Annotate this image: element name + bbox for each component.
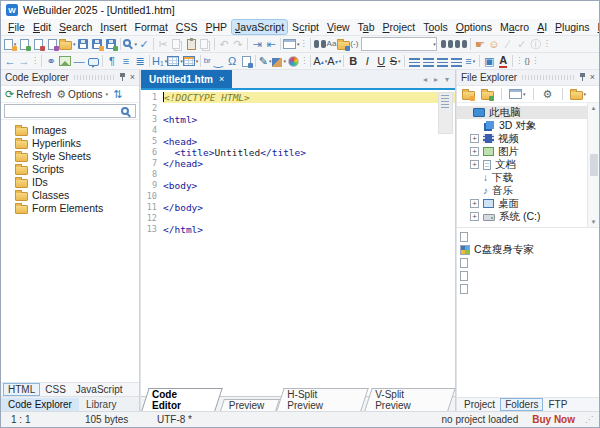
folder-style-sheets[interactable]: Style Sheets xyxy=(1,149,139,162)
underline-icon[interactable]: U xyxy=(374,54,388,69)
scroll-down-icon[interactable]: ▼ xyxy=(591,219,597,225)
menu-view[interactable]: View xyxy=(324,20,353,34)
settings-icon[interactable]: ⚙ xyxy=(541,87,555,102)
new-file-icon[interactable]: ▾ xyxy=(3,37,17,52)
insert-link-icon[interactable]: ⚭ xyxy=(44,54,58,69)
folder-ids[interactable]: IDs xyxy=(1,175,139,188)
folder-images[interactable]: Images xyxy=(1,123,139,136)
dropdown-arrow-icon[interactable]: ▾ xyxy=(433,41,436,47)
close-icon[interactable]: × xyxy=(130,73,135,82)
border-box-icon[interactable]: ▣ xyxy=(482,54,496,69)
code-line-9[interactable]: 9<body> xyxy=(141,180,455,191)
menu-tab[interactable]: Tab xyxy=(355,20,378,34)
new-folder-icon[interactable] xyxy=(461,87,475,102)
tree-scrollbar[interactable]: ▲ ▼ xyxy=(587,103,599,227)
view-mode-icon[interactable]: ▾ xyxy=(509,87,526,102)
menu-project[interactable]: Project xyxy=(380,20,419,34)
menu-search[interactable]: Search xyxy=(56,20,95,34)
bold-icon[interactable]: B xyxy=(346,54,360,69)
italic-icon[interactable]: I xyxy=(360,54,374,69)
tree-item-3d-objects[interactable]: 3D 对象 xyxy=(457,119,599,132)
insert-hr-icon[interactable]: — xyxy=(72,54,86,69)
search-folder-icon[interactable] xyxy=(336,37,350,52)
code-line-13[interactable]: 13</html> xyxy=(141,224,455,235)
spell-check-icon[interactable]: ✓ xyxy=(137,37,151,52)
find-in-files-icon[interactable] xyxy=(313,37,327,52)
tab-code-editor[interactable]: Code Editor xyxy=(145,388,219,411)
new-pdf-icon[interactable] xyxy=(31,37,45,52)
file-item-file-4[interactable] xyxy=(457,282,599,295)
save-copy-icon[interactable] xyxy=(90,37,104,52)
minimap[interactable] xyxy=(438,92,453,134)
color-picker-icon[interactable] xyxy=(286,54,300,69)
menu-format[interactable]: Format xyxy=(132,20,171,34)
indent-icon[interactable]: ⇥ xyxy=(250,37,264,52)
overflow-3-icon[interactable]: ⋮ xyxy=(31,54,39,69)
code-line-10[interactable]: 10 xyxy=(141,191,455,202)
find-next-icon[interactable] xyxy=(440,37,454,52)
find-previous-icon[interactable] xyxy=(454,37,468,52)
search-icon[interactable]: ▾ xyxy=(123,37,138,52)
file-item-file-1[interactable] xyxy=(457,230,599,243)
refresh-folder-icon[interactable] xyxy=(480,87,494,102)
save-icon[interactable] xyxy=(76,37,90,52)
expand-icon[interactable]: + xyxy=(470,160,479,169)
tree-item-this-pc[interactable]: 此电脑 xyxy=(457,106,599,119)
tab-preview[interactable]: Preview xyxy=(222,399,278,411)
insert-form-icon[interactable]: ▾ xyxy=(183,54,199,69)
align-center-icon[interactable] xyxy=(421,54,435,69)
grow-font-icon[interactable]: A▴▾ xyxy=(313,54,327,69)
code-line-5[interactable]: 5<head> xyxy=(141,136,455,147)
code-area[interactable]: 1<!DOCTYPE HTML>23<html>45<head>6 <title… xyxy=(141,90,455,396)
tree-item-pictures[interactable]: +图片 xyxy=(457,145,599,158)
folder-classes[interactable]: Classes xyxy=(1,188,139,201)
menu-ai[interactable]: AI xyxy=(534,20,550,34)
insert-comment-icon[interactable] xyxy=(86,54,100,69)
bullet-list-icon[interactable]: ≡ xyxy=(119,54,133,69)
scroll-thumb[interactable] xyxy=(590,154,598,176)
tab-library[interactable]: Library xyxy=(79,398,124,411)
expand-icon[interactable]: + xyxy=(470,212,479,221)
align-right-icon[interactable] xyxy=(435,54,449,69)
tab-list-icon[interactable]: ▾ xyxy=(445,75,449,84)
buy-now-link[interactable]: Buy Now xyxy=(532,414,575,425)
highlighter-icon[interactable]: ✎▾ xyxy=(258,54,272,69)
tree-item-videos[interactable]: +视频 xyxy=(457,132,599,145)
code-line-1[interactable]: 1<!DOCTYPE HTML> xyxy=(141,92,455,103)
tab-javascript[interactable]: JavaScript xyxy=(72,384,127,395)
forward-icon[interactable]: → xyxy=(17,54,31,69)
align-left-icon[interactable] xyxy=(407,54,421,69)
panel-layout-icon[interactable]: ▾ xyxy=(283,37,300,52)
file-item-file-2[interactable] xyxy=(457,256,599,269)
code-line-12[interactable]: 12 xyxy=(141,213,455,224)
menu-macro[interactable]: Macro xyxy=(497,20,532,34)
pin-icon[interactable] xyxy=(119,73,127,82)
tab-h-split-preview[interactable]: H-Split Preview xyxy=(280,388,365,411)
menu-insert[interactable]: Insert xyxy=(97,20,129,34)
save-all-icon[interactable] xyxy=(104,37,118,52)
tab-html[interactable]: HTML xyxy=(4,384,39,395)
paragraph-icon[interactable]: ¶ xyxy=(105,54,119,69)
menu-edit[interactable]: Edit xyxy=(30,20,54,34)
paste-icon[interactable] xyxy=(184,37,198,52)
align-justify-icon[interactable] xyxy=(449,54,463,69)
pin-icon[interactable] xyxy=(579,73,587,82)
code-braces-icon[interactable]: {} xyxy=(523,54,531,69)
folder-form-elements[interactable]: Form Elements xyxy=(1,201,139,214)
overflow-1-icon[interactable]: ⋮ xyxy=(300,37,308,52)
strikethrough-icon[interactable]: S▾ xyxy=(388,54,402,69)
code-line-11[interactable]: 11</body> xyxy=(141,202,455,213)
tab-folders[interactable]: Folders xyxy=(501,399,542,410)
overflow-5-icon[interactable]: ⋮ xyxy=(515,54,523,69)
file-item-c-drive-slimmer[interactable]: C盘瘦身专家 xyxy=(457,243,599,256)
menu-plugins[interactable]: Plugins xyxy=(552,20,592,34)
tab-code-explorer[interactable]: Code Explorer xyxy=(1,398,79,411)
overflow-2-icon[interactable]: ⋮ xyxy=(543,37,551,52)
code-explorer-search-input[interactable] xyxy=(4,104,136,118)
expand-icon[interactable]: + xyxy=(470,199,479,208)
tab-ftp[interactable]: FTP xyxy=(544,399,571,410)
menu-tools[interactable]: Tools xyxy=(420,20,451,34)
menu-options[interactable]: Options xyxy=(453,20,495,34)
editor-tab-untitled1[interactable]: Untitled1.htm × xyxy=(141,70,232,88)
back-icon[interactable]: ← xyxy=(3,54,17,69)
